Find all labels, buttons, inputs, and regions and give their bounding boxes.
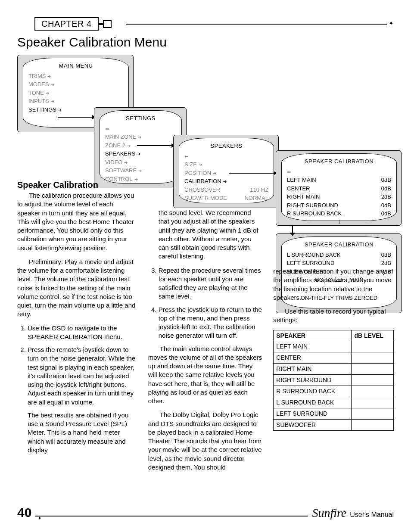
menu-item-calibration: CALIBRATION <box>184 177 268 186</box>
cell-speaker: CENTER <box>274 352 352 364</box>
svg-rect-1 <box>103 21 111 28</box>
menu-item-modes: MODES <box>28 80 123 89</box>
chapter-header: CHAPTER 4 ✦ <box>34 17 394 31</box>
step-4: Press the joystick-up to return to the t… <box>159 305 263 340</box>
body-p4: The Dolby Digital, Dolby Pro Logic and D… <box>148 411 263 472</box>
table-row: SUBWOOFER <box>274 419 394 430</box>
step-2c: the sound level. We recommend that you a… <box>159 208 263 261</box>
link-arrow-icon <box>229 173 274 174</box>
settings-menu-box: SETTINGS MAIN ZONE ZONE 2 SPEAKERS VIDEO… <box>94 107 187 188</box>
th-db: dB LEVEL <box>352 330 394 341</box>
chapter-label: CHAPTER 4 <box>34 17 99 31</box>
body-p3: The main volume control always moves the… <box>148 345 263 406</box>
cell-db <box>352 408 394 419</box>
cell-speaker: LEFT SURROUND <box>274 408 352 419</box>
column-1: The calibration procedure allows you to … <box>17 191 138 477</box>
page-footer: 40 ✦ Sunfire User's Manual <box>17 505 394 520</box>
menu-item-mainzone: MAIN ZONE <box>105 133 176 141</box>
step-2-text: Press the remote's joystick down to turn… <box>28 346 135 406</box>
cell-speaker: SUBWOOFER <box>274 419 352 430</box>
cell-db <box>352 341 394 352</box>
star-icon: ✦ <box>37 515 42 521</box>
step-3: Repeat the procedure several times for e… <box>159 266 263 301</box>
column-2: the sound level. We recommend that you a… <box>148 208 263 477</box>
menu-item-speakers: SPEAKERS <box>105 149 176 158</box>
back-arrow-icon <box>105 124 176 133</box>
footer-rule: ✦ <box>35 516 308 516</box>
cell-speaker: RIGHT MAIN <box>274 364 352 375</box>
settings-menu-title: SETTINGS <box>105 114 176 123</box>
menu-item-software: SOFTWARE <box>105 166 176 175</box>
brand-logo: Sunfire <box>312 506 346 520</box>
table-row: R SURROUND BACK <box>274 386 394 397</box>
table-row: LEFT MAIN <box>274 341 394 352</box>
cell-db <box>352 352 394 364</box>
link-arrow-icon <box>137 145 172 146</box>
table-header-row: SPEAKER dB LEVEL <box>274 330 394 341</box>
table-row: CENTER <box>274 352 394 364</box>
link-arrow-icon <box>58 117 93 118</box>
menu-item-inputs: INPUTS <box>28 97 123 106</box>
body-content: Speaker Calibration The calibration proc… <box>17 211 394 477</box>
step-1: Use the OSD to navigate to the SPEAKER C… <box>28 324 138 342</box>
back-arrow-icon <box>287 168 391 176</box>
calibration-menu-title-1: SPEAKER CALIBRATION <box>287 157 391 166</box>
cell-speaker: L SURROUND BACK <box>274 397 352 408</box>
cell-db <box>352 386 394 397</box>
body-p6: Use this table to record your typical se… <box>273 307 394 325</box>
page-number: 40 <box>17 505 31 520</box>
main-menu-title: MAIN MENU <box>28 62 123 70</box>
body-p1: The calibration procedure allows you to … <box>17 191 138 252</box>
body-p2: Preliminary: Play a movie and adjust the… <box>17 258 138 319</box>
cell-db <box>352 419 394 430</box>
column-3: repeat the calibration if you change any… <box>273 267 394 477</box>
body-p5: repeat the calibration if you change any… <box>273 267 394 302</box>
menu-item-tone: TONE <box>28 89 123 97</box>
cal-item-leftmain: LEFT MAIN0dB <box>287 176 391 184</box>
cell-speaker: RIGHT SURROUND <box>274 375 352 386</box>
back-arrow-icon <box>184 152 268 161</box>
menu-item-trims: TRIMS <box>28 72 123 81</box>
chapter-rule <box>126 24 387 25</box>
manual-label: User's Manual <box>350 511 394 519</box>
step-2b: The best results are obtained if you use… <box>28 411 138 454</box>
table-row: RIGHT MAIN <box>274 364 394 375</box>
cell-db <box>352 397 394 408</box>
page: CHAPTER 4 ✦ Speaker Calibration Menu MAI… <box>0 0 411 532</box>
star-icon: ✦ <box>389 20 394 27</box>
table-row: LEFT SURROUND <box>274 408 394 419</box>
cell-speaker: LEFT MAIN <box>274 341 352 352</box>
menu-item-size: SIZE <box>184 160 268 169</box>
chapter-ornament-icon <box>98 19 113 29</box>
section-heading: Speaker Calibration <box>17 180 98 190</box>
cell-speaker: R SURROUND BACK <box>274 386 352 397</box>
settings-table: SPEAKER dB LEVEL LEFT MAIN CENTER RIGHT … <box>273 330 394 431</box>
th-speaker: SPEAKER <box>274 330 352 341</box>
menu-item-video: VIDEO <box>105 158 176 167</box>
table-row: RIGHT SURROUND <box>274 375 394 386</box>
table-row: L SURROUND BACK <box>274 397 394 408</box>
cell-db <box>352 375 394 386</box>
page-title: Speaker Calibration Menu <box>17 35 394 50</box>
step-2: Press the remote's joystick down to turn… <box>28 345 138 454</box>
speakers-menu-title: SPEAKERS <box>184 142 268 150</box>
cell-db <box>352 364 394 375</box>
menu-item-control: CONTROL <box>105 175 176 184</box>
